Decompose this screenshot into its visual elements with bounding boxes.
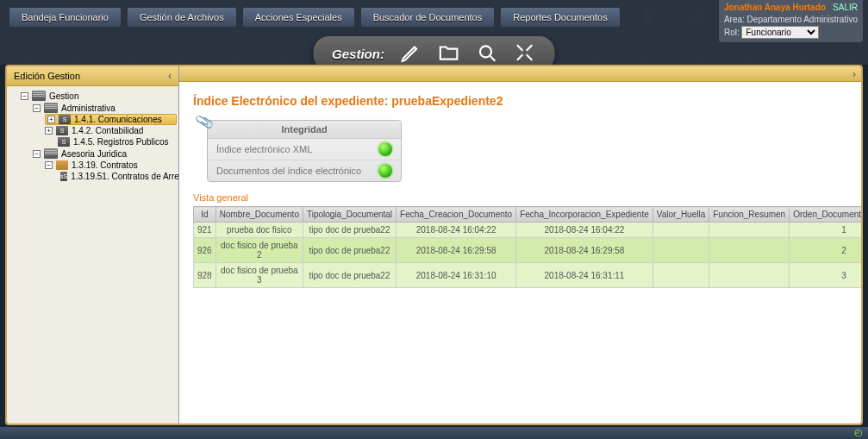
pill-label: Gestion: bbox=[332, 47, 384, 61]
tree-contabilidad[interactable]: +S1.4.2. Contabilidad bbox=[9, 125, 177, 136]
integrity-xml-label: Índice electrónico XML bbox=[216, 144, 312, 154]
table-row[interactable]: 921prueba doc fisicotipo doc de prueba22… bbox=[194, 223, 862, 238]
series-icon: S bbox=[58, 137, 70, 147]
integrity-docs-label: Documentos del índice electrónico bbox=[216, 166, 361, 176]
col-fecha-creacion[interactable]: Fecha_Creacion_Documento bbox=[397, 207, 516, 223]
content-panel: › Índice Electrónico del expediente: pru… bbox=[179, 66, 861, 423]
menu-gestion-archivos[interactable]: Gestión de Archivos bbox=[127, 7, 237, 28]
folder-icon[interactable] bbox=[438, 41, 460, 66]
status-lamp-green-icon bbox=[378, 142, 392, 156]
cell-fr bbox=[709, 263, 790, 288]
tree-administrativa[interactable]: −Administrativa bbox=[9, 102, 177, 114]
cell-fc: 2018-08-24 16:29:58 bbox=[397, 238, 516, 263]
cell-fi: 2018-08-24 16:29:58 bbox=[516, 238, 653, 263]
col-tipologia[interactable]: Tipologia_Documental bbox=[303, 207, 396, 223]
logout-link[interactable]: SALIR bbox=[833, 2, 858, 14]
integrity-row-xml: Índice electrónico XML bbox=[208, 139, 401, 160]
cell-tipo: tipo doc de prueba22 bbox=[303, 223, 396, 238]
menu-bandeja[interactable]: Bandeja Funcionario bbox=[9, 7, 122, 28]
series-icon: S bbox=[56, 126, 68, 135]
svg-point-0 bbox=[480, 46, 491, 57]
search-doc-icon[interactable] bbox=[476, 41, 498, 66]
subseries-icon: sS bbox=[60, 172, 67, 181]
col-funcion-resumen[interactable]: Funcion_Resumen bbox=[709, 207, 790, 223]
documents-table: Id Nombre_Documento Tipologia_Documental… bbox=[193, 206, 861, 288]
menu-reportes[interactable]: Reportes Documentos bbox=[500, 7, 620, 28]
table-row[interactable]: 928doc fisico de prueba 3tipo doc de pru… bbox=[194, 263, 862, 288]
tree-title: Edición Gestion bbox=[14, 71, 80, 81]
cell-ord: 2 bbox=[790, 238, 861, 263]
col-fecha-incorp[interactable]: Fecha_Incorporacion_Expediente bbox=[516, 207, 653, 223]
status-lamp-green-icon bbox=[378, 164, 392, 178]
building-icon bbox=[32, 91, 46, 101]
tree-registros[interactable]: S1.4.5. Registros Publicos bbox=[9, 136, 177, 147]
area-label: Area: bbox=[724, 15, 745, 24]
tree-header: Edición Gestion ‹ bbox=[7, 66, 178, 86]
area-value: Departamento Administrativo bbox=[747, 15, 858, 24]
vista-general-label: Vista general bbox=[193, 192, 847, 203]
integrity-row-docs: Documentos del índice electrónico bbox=[208, 160, 401, 181]
cell-vh bbox=[653, 238, 709, 263]
cell-vh bbox=[653, 223, 709, 238]
table-row[interactable]: 926doc fisico de prueba 2tipo doc de pru… bbox=[194, 238, 862, 263]
series-icon: S bbox=[59, 115, 71, 124]
clock-icon[interactable]: ◴ bbox=[854, 427, 863, 438]
page-title: Índice Electrónico del expediente: prueb… bbox=[193, 94, 847, 108]
cell-nombre: doc fisico de prueba 3 bbox=[215, 263, 303, 288]
folder-tree-icon bbox=[56, 160, 68, 170]
cell-tipo: tipo doc de prueba22 bbox=[303, 263, 396, 288]
col-orden[interactable]: Orden_Documento_Expec bbox=[790, 207, 861, 223]
cell-fi: 2018-08-24 16:31:11 bbox=[516, 263, 653, 288]
menu-acciones[interactable]: Acciones Especiales bbox=[242, 7, 355, 28]
tree-contratos[interactable]: −1.3.19. Contratos bbox=[9, 160, 177, 171]
cell-id: 926 bbox=[194, 238, 216, 263]
collapse-tree-icon[interactable]: ‹ bbox=[168, 70, 172, 82]
cell-id: 921 bbox=[194, 223, 216, 238]
col-nombre[interactable]: Nombre_Documento bbox=[215, 207, 303, 223]
integrity-box: 📎 Integridad Índice electrónico XML Docu… bbox=[207, 120, 402, 182]
user-name: Jonathan Anaya Hurtado bbox=[724, 3, 826, 12]
cell-fc: 2018-08-24 16:31:10 bbox=[397, 263, 516, 288]
building-icon bbox=[44, 148, 58, 159]
cell-vh bbox=[653, 263, 709, 288]
building-icon bbox=[44, 103, 58, 113]
collapse-content-icon[interactable]: › bbox=[852, 68, 856, 80]
edit-icon[interactable] bbox=[400, 41, 422, 66]
rol-label: Rol: bbox=[724, 28, 740, 37]
integrity-header: Integridad bbox=[208, 121, 401, 139]
cell-fc: 2018-08-24 16:04:22 bbox=[397, 223, 516, 238]
user-info-panel: Jonathan Anaya Hurtado SALIR Area: Depar… bbox=[719, 0, 863, 42]
cell-tipo: tipo doc de prueba22 bbox=[303, 238, 396, 263]
rol-select[interactable]: Funcionario bbox=[741, 26, 819, 39]
cell-ord: 1 bbox=[790, 223, 861, 238]
cell-nombre: prueba doc fisico bbox=[215, 223, 303, 238]
tree-root[interactable]: −Gestion bbox=[9, 90, 177, 102]
tree-asesoria[interactable]: −Asesoria Juridica bbox=[9, 147, 177, 160]
col-id[interactable]: Id bbox=[194, 207, 216, 223]
cell-fr bbox=[709, 223, 790, 238]
cell-nombre: doc fisico de prueba 2 bbox=[215, 238, 303, 263]
tree-panel: Edición Gestion ‹ −Gestion −Administrati… bbox=[7, 66, 179, 423]
tree-comunicaciones[interactable]: +S1.4.1. Comunicaciones bbox=[45, 114, 177, 125]
cell-fi: 2018-08-24 16:04:22 bbox=[516, 223, 653, 238]
bottom-bar bbox=[0, 427, 868, 439]
cell-fr bbox=[709, 238, 790, 263]
col-valor-huella[interactable]: Valor_Huella bbox=[653, 207, 709, 223]
tree-contratos-arrend[interactable]: sS1.3.19.51. Contratos de Arrendamien bbox=[9, 171, 177, 182]
expand-icon[interactable] bbox=[514, 41, 536, 66]
cell-id: 928 bbox=[194, 263, 216, 288]
menu-buscador[interactable]: Buscador de Documentos bbox=[360, 7, 496, 28]
cell-ord: 3 bbox=[790, 263, 861, 288]
